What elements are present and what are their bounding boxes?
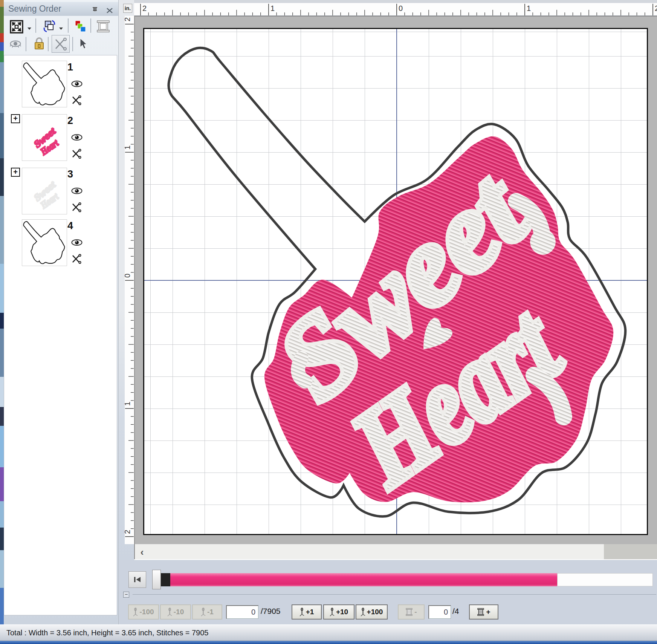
svg-text:1: 1 — [270, 4, 275, 12]
svg-text:1: 1 — [527, 4, 531, 12]
svg-text:1: 1 — [125, 145, 131, 150]
svg-text:2: 2 — [125, 530, 131, 534]
svg-text:2: 2 — [125, 17, 131, 21]
svg-text:1: 1 — [125, 402, 131, 406]
svg-text:2: 2 — [142, 4, 147, 12]
svg-text:2: 2 — [655, 4, 657, 12]
svg-text:0: 0 — [399, 4, 403, 12]
svg-text:0: 0 — [125, 274, 131, 278]
